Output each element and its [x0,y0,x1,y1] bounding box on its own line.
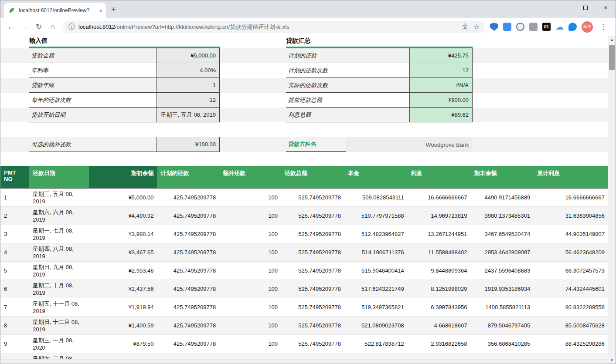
browser-menu-icon[interactable]: ⋮ [599,22,607,31]
summary-value: ¥89.62 [409,108,473,122]
schedule-cell: 525.7495209778 [281,189,344,206]
schedule-cell: ¥1,400.59 [89,317,157,334]
schedule-header-cell: 累计利息 [534,166,608,188]
scrollbar-thumb[interactable] [609,45,615,70]
schedule-header-cell: 还款总额 [281,166,344,188]
schedule-cell: ¥3,980.14 [89,225,157,243]
ext-shield-icon[interactable] [490,23,498,31]
input-value: 1 [157,78,220,93]
schedule-row: 2星期六, 六月 08, 2019¥4,490.92425.7495209778… [0,207,608,225]
extra-payment-value: ¥100.00 [157,137,220,152]
schedule-cell: 525.7495209778 [281,298,344,316]
summary-value: 12 [409,63,473,78]
schedule-cell: 13.2671244951 [408,225,471,243]
schedule-cell: 80.8322289558 [534,298,608,316]
schedule-cell: 3467.6549520474 [470,225,534,243]
schedule-cell: 星期日, 十二月 08, 2019 [29,317,89,334]
schedule-body: 1星期三, 五月 08, 2019¥5,000.00425.7495209778… [0,189,608,364]
translate-icon[interactable]: 文 [462,23,468,31]
input-value: 星期三, 五月 08, 2019 [157,108,220,122]
schedule-cell: 100 [219,335,281,353]
schedule-cell: 100 [219,225,281,243]
schedule-cell: 9.8448809364 [408,262,471,280]
address-bar[interactable]: ⓘ localhost:8012/onlinePreview?url=http:… [63,21,485,33]
schedule-cell: 星期四, 八月 08, 2019 [29,243,89,261]
schedule-cell: 1400.5855821113 [470,298,534,316]
scroll-up-button[interactable]: ▲ [608,36,616,44]
gap [220,108,286,122]
extensions-area: 01 ☁ 精华 ⋮ [490,21,610,33]
ext-bird-icon[interactable] [568,23,577,31]
sheet-row: 贷款年限1实际的还款次数#N/A [0,78,608,93]
schedule-cell: 2437.5596408683 [470,262,534,280]
schedule-cell: 517.6243221749 [344,280,408,298]
schedule-cell: 425.7495209778 [157,317,219,334]
schedule-cell: ¥2,437.56 [89,280,157,298]
tab-close-icon[interactable]: × [99,7,102,14]
schedule-cell: 7 [0,298,29,316]
profile-avatar[interactable]: 精华 [582,21,593,33]
schedule-cell: ¥4,490.92 [89,207,157,225]
extra-payment-label: 可选的额外还款 [29,137,157,152]
schedule-cell: 510.7797971588 [344,207,408,225]
schedule-row: 7星期五, 十一月 08, 2019¥1,919.94425.749520977… [0,298,608,317]
schedule-cell: 1 [0,189,29,206]
minimize-icon [563,8,568,8]
schedule-cell: ¥1,919.94 [89,298,157,316]
refresh-button[interactable]: ↻ [33,22,45,31]
schedule-cell: 4490.9171456889 [470,189,534,206]
scroll-down-button[interactable]: ▼ [608,357,616,364]
window-controls: × [555,0,616,15]
sheet-row: 贷款开始日期星期三, 五月 08, 2019利息总额¥89.62 [0,108,608,122]
tab-title: localhost:8012/onlinePreview? [19,7,96,13]
url-text[interactable]: localhost:8012/onlinePreview?url=http://… [78,23,457,31]
schedule-cell: 515.9046400414 [344,262,408,280]
new-tab-button[interactable]: + [111,5,116,14]
input-label: 贷款金额 [29,48,157,63]
sheet-row: 每年的还款次数12提前还款总额¥900.00 [0,93,608,108]
schedule-cell: 425.7495209778 [157,298,219,316]
maximize-button[interactable] [575,0,596,15]
horizontal-scrollbar[interactable] [0,359,608,364]
forward-button[interactable]: → [19,23,31,31]
ext-badge-01-icon[interactable]: 01 [542,23,551,31]
gap [220,93,286,108]
schedule-cell: 509.0828543111 [344,189,408,206]
home-button[interactable]: ⌂ [47,23,59,31]
ext-gray-icon[interactable] [529,23,538,31]
schedule-cell: 星期二, 十月 08, 2019 [29,280,89,298]
close-button[interactable]: × [596,0,616,15]
schedule-row: 5星期日, 九月 08, 2019¥2,953.46425.7495209778… [0,262,608,280]
schedule-cell: 2 [0,207,29,225]
summary-label: 实际的还款次数 [286,78,409,93]
gap [220,137,286,152]
schedule-cell: 522.817838712 [344,335,408,353]
extra-payment-row: 可选的额外还款 ¥100.00 贷款方姓名 Woodgrove Bank [0,137,608,152]
schedule-cell: 425.7495209778 [157,243,219,261]
ext-circle-icon[interactable] [516,23,524,31]
minimize-button[interactable] [555,0,575,15]
schedule-cell: 16.6666666667 [534,189,608,206]
schedule-cell: 425.7495209778 [157,262,219,280]
schedule-row: 4星期四, 八月 08, 2019¥3,467.65425.7495209778… [0,243,608,262]
schedule-cell: 星期一, 七月 08, 2019 [29,225,89,243]
page-info-icon[interactable]: ⓘ [68,23,75,31]
bookmark-star-icon[interactable]: ☆ [473,23,480,31]
summary-section-title: 贷款汇总 [286,37,310,47]
schedule-cell: 5 [0,262,29,280]
vertical-scrollbar[interactable]: ▲ ▼ [608,36,616,364]
back-button[interactable]: ← [5,23,17,31]
browser-tab[interactable]: localhost:8012/onlinePreview? × [4,3,106,18]
ext-cloud-icon[interactable]: ☁ [555,23,564,31]
summary-label: 计划的还款 [286,48,409,63]
summary-label: 计划的还款次数 [286,63,409,78]
ext-translate-ext-icon[interactable] [503,23,511,31]
spreadsheet: 输入值 贷款汇总 贷款金额¥5,000.00计划的还款¥425.75年利率4.0… [0,36,608,364]
schedule-header-cell: 计划的还款 [157,166,219,188]
schedule-header-cell: 期初余额 [89,166,157,188]
schedule-cell: 100 [219,189,281,206]
schedule-cell: 100 [219,280,281,298]
input-label: 每年的还款次数 [29,93,157,108]
schedule-cell: 521.0809023708 [344,317,408,334]
schedule-cell: 514.1906711376 [344,243,408,261]
